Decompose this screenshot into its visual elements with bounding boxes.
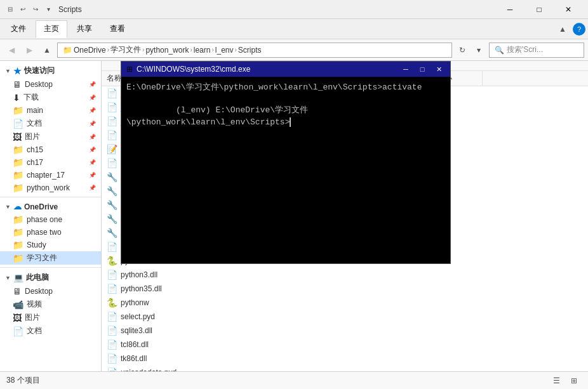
desktop-icon: 🖥 bbox=[13, 79, 22, 89]
back-button[interactable]: ◀ bbox=[4, 43, 19, 58]
file-type-15 bbox=[356, 301, 432, 304]
table-row[interactable]: 📄 python35.dll bbox=[102, 282, 588, 296]
sidebar-item-desktop[interactable]: 🖥 Desktop 📌 bbox=[0, 78, 101, 91]
sidebar-item-ch15[interactable]: 📁 ch15 📌 bbox=[0, 143, 101, 156]
file-size-19 bbox=[432, 357, 483, 360]
sidebar-item-ch17[interactable]: 📁 ch17 📌 bbox=[0, 156, 101, 169]
breadcrumb-part-4[interactable]: learn bbox=[194, 46, 211, 55]
sidebar-item-chapter17[interactable]: 📁 chapter_17 📌 bbox=[0, 169, 101, 181]
chapter17-icon: 📁 bbox=[13, 170, 23, 180]
sidebar-item-main[interactable]: 📁 main 📌 bbox=[0, 104, 101, 117]
pin-icon-downloads: 📌 bbox=[89, 95, 96, 101]
address-input[interactable]: 📁 OneDrive › 学习文件 › python_work › learn … bbox=[57, 43, 452, 58]
file-size-13 bbox=[432, 274, 483, 276]
maximize-button[interactable]: □ bbox=[525, 0, 554, 19]
sidebar-item-label-pc-docs: 文档 bbox=[27, 326, 42, 336]
tab-home[interactable]: 主页 bbox=[36, 20, 67, 38]
table-row[interactable]: 📄 tk86t.dll bbox=[102, 352, 588, 366]
sidebar-item-pc-desktop[interactable]: 🖥 Desktop bbox=[0, 285, 101, 298]
onedrive-label: OneDrive bbox=[24, 202, 58, 211]
table-row[interactable]: 📄 tcl86t.dll bbox=[102, 338, 588, 352]
cmd-close-button[interactable]: ✕ bbox=[432, 63, 445, 76]
table-row[interactable]: 📄 python3.dll bbox=[102, 268, 588, 282]
sidebar-item-xuexiwenjian[interactable]: 📁 学习文件 bbox=[0, 251, 101, 265]
tab-file[interactable]: 文件 bbox=[3, 20, 34, 38]
table-row[interactable]: 🐍 pythonw bbox=[102, 296, 588, 310]
close-button[interactable]: ✕ bbox=[554, 0, 583, 19]
pin-icon-docs: 📌 bbox=[89, 121, 96, 127]
sidebar-item-label-ch17: ch17 bbox=[27, 158, 43, 167]
pc-arrow: ▼ bbox=[5, 275, 11, 281]
sidebar-item-phase-one[interactable]: 📁 phase one bbox=[0, 213, 101, 226]
table-row[interactable]: 📄 sqlite3.dll bbox=[102, 324, 588, 338]
cmd-cursor bbox=[290, 117, 296, 127]
pin-icon-main: 📌 bbox=[89, 107, 96, 114]
sidebar-item-docs[interactable]: 📄 文档 📌 bbox=[0, 117, 101, 130]
main-icon: 📁 bbox=[13, 105, 23, 115]
file-name-15: pythonw bbox=[121, 298, 149, 307]
address-actions: ↻ ▾ bbox=[455, 43, 486, 58]
view-details-button[interactable]: ☰ bbox=[549, 373, 564, 388]
breadcrumb-part-5[interactable]: l_env bbox=[215, 46, 234, 55]
docs-icon: 📄 bbox=[13, 119, 23, 129]
breadcrumb-part-3[interactable]: python_work bbox=[145, 46, 189, 55]
redo-icon[interactable]: ↪ bbox=[30, 4, 41, 15]
file-icon-17: 📄 bbox=[107, 326, 117, 336]
sidebar-item-label-desktop: Desktop bbox=[25, 80, 53, 89]
sidebar-item-downloads[interactable]: ⬇ 下载 📌 bbox=[0, 91, 101, 104]
breadcrumb-part-6[interactable]: Scripts bbox=[238, 46, 262, 55]
sidebar-item-study[interactable]: 📁 Study bbox=[0, 239, 101, 251]
tab-share[interactable]: 共享 bbox=[69, 20, 100, 38]
file-type-17 bbox=[356, 329, 432, 332]
quick-access-header[interactable]: ▼ ★ 快速访问 bbox=[0, 63, 101, 78]
sidebar-item-pictures[interactable]: 🖼 图片 📌 bbox=[0, 130, 101, 143]
sidebar-item-pc-docs[interactable]: 📄 文档 bbox=[0, 324, 101, 338]
sidebar-item-label-pictures: 图片 bbox=[25, 131, 40, 142]
file-type-14 bbox=[356, 287, 432, 290]
breadcrumb-part-2[interactable]: 学习文件 bbox=[110, 44, 141, 55]
cmd-title: C:\WINDOWS\system32\cmd.exe bbox=[137, 65, 396, 74]
address-bar: ◀ ▶ ▲ 📁 OneDrive › 学习文件 › python_work › … bbox=[0, 39, 588, 61]
cmd-minimize-button[interactable]: ─ bbox=[399, 63, 412, 76]
sidebar-item-label-docs: 文档 bbox=[27, 118, 42, 129]
phase-one-icon: 📁 bbox=[13, 214, 23, 225]
search-placeholder: 搜索'Scri... bbox=[507, 44, 543, 55]
sidebar-divider-1 bbox=[0, 197, 101, 197]
breadcrumb-part-1[interactable]: OneDrive bbox=[74, 46, 106, 55]
title-bar: ⊟ ↩ ↪ ▾ Scripts ─ □ ✕ bbox=[0, 0, 588, 19]
sidebar-item-pc-pictures[interactable]: 🖼 图片 bbox=[0, 311, 101, 324]
cmd-maximize-button[interactable]: □ bbox=[416, 63, 429, 76]
window-controls: ─ □ ✕ bbox=[495, 0, 583, 19]
file-icon-4: 📝 bbox=[107, 144, 117, 154]
ribbon-collapse-button[interactable]: ▲ bbox=[555, 22, 570, 37]
dropdown-button[interactable]: ▾ bbox=[471, 43, 486, 58]
table-row[interactable]: 📄 select.pyd bbox=[102, 310, 588, 324]
cmd-body: E:\OneDrive\学习文件\python_work\learn\l_env… bbox=[121, 77, 450, 263]
sidebar-item-phase-two[interactable]: 📁 phase two bbox=[0, 226, 101, 239]
file-date-17 bbox=[254, 329, 356, 332]
breadcrumb: 📁 OneDrive › 学习文件 › python_work › learn … bbox=[63, 44, 262, 55]
tab-view[interactable]: 查看 bbox=[102, 20, 133, 38]
file-icon-9: 🔧 bbox=[107, 214, 117, 224]
file-size-14 bbox=[432, 287, 483, 290]
sidebar-item-label-pc-video: 视频 bbox=[27, 299, 42, 310]
window-title: Scripts bbox=[58, 5, 82, 14]
view-tiles-button[interactable]: ⊞ bbox=[566, 373, 582, 388]
down-icon[interactable]: ▾ bbox=[43, 4, 53, 15]
minimize-button[interactable]: ─ bbox=[495, 0, 525, 19]
cmd-line-2-text: (l_env) E:\OneDrive\学习文件\python_work\lea… bbox=[126, 105, 308, 126]
onedrive-header[interactable]: ▼ ☁ OneDrive bbox=[0, 200, 101, 213]
sidebar-item-pc-video[interactable]: 📹 视频 bbox=[0, 298, 101, 311]
ribbon-help-button[interactable]: ? bbox=[573, 23, 585, 36]
cmd-window[interactable]: ⊞ C:\WINDOWS\system32\cmd.exe ─ □ ✕ E:\O… bbox=[121, 61, 451, 264]
ribbon: 文件 主页 共享 查看 ▲ ? bbox=[0, 19, 588, 39]
table-row[interactable]: 📄 unicodedata.pyd bbox=[102, 366, 588, 371]
pc-header[interactable]: ▼ 💻 此电脑 bbox=[0, 270, 101, 285]
refresh-button[interactable]: ↻ bbox=[455, 43, 470, 58]
search-box[interactable]: 🔍 搜索'Scri... bbox=[489, 43, 584, 58]
sidebar-item-python-work[interactable]: 📁 python_work 📌 bbox=[0, 181, 101, 194]
file-name-18: tcl86t.dll bbox=[121, 340, 149, 349]
forward-button[interactable]: ▶ bbox=[22, 43, 37, 58]
undo-icon[interactable]: ↩ bbox=[18, 4, 28, 15]
up-button[interactable]: ▲ bbox=[39, 43, 55, 58]
